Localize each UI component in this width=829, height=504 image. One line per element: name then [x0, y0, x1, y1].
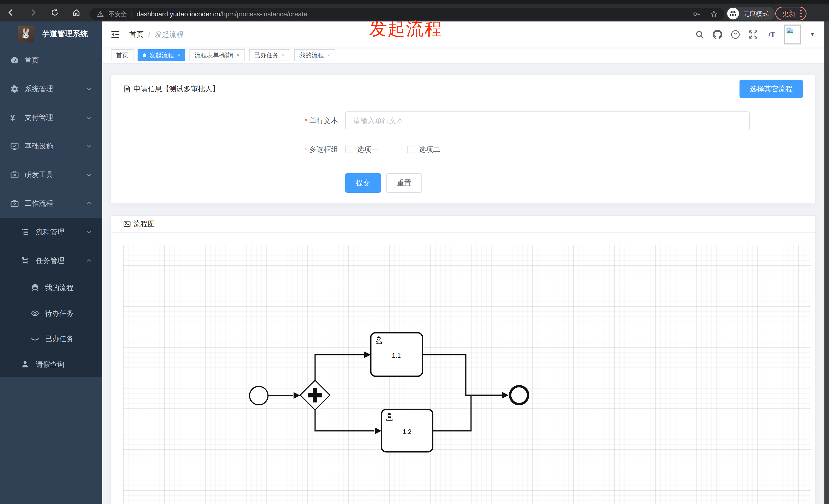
bpmn-task-label: 1.2 — [403, 428, 412, 435]
not-secure-warning-icon — [95, 9, 105, 19]
bpmn-end-event — [510, 386, 528, 404]
sidebar-item-label: 工作流程 — [0, 199, 53, 208]
app-title: 芋道管理系统 — [42, 29, 88, 39]
sidebar-item-task-mgmt[interactable]: 任务管理 — [0, 246, 102, 275]
sidebar-item-workflow[interactable]: 工作流程 — [0, 189, 102, 218]
chevron-down-icon — [86, 172, 92, 178]
submit-button[interactable]: 提交 — [345, 173, 381, 193]
chevron-down-icon — [86, 229, 92, 235]
bpmn-canvas[interactable]: 1.1 1.2 — [123, 245, 810, 504]
apply-info-card: 申请信息【测试多审批人】 选择其它流程 *单行文本 *多选框组 — [110, 75, 816, 204]
sidebar-item-system[interactable]: 系统管理 — [0, 75, 102, 103]
app-header: 首页 / 发起流程 ? T — [102, 22, 824, 47]
sidebar-collapse-icon[interactable] — [110, 30, 120, 39]
bpmn-user-task-2: 1.2 — [382, 410, 433, 452]
chevron-down-icon — [86, 115, 92, 121]
app-logo-row[interactable]: 芋道管理系统 — [0, 25, 102, 43]
eye-open-icon — [31, 309, 39, 318]
close-icon[interactable]: × — [237, 52, 240, 59]
tab-form-edit[interactable]: 流程表单-编辑× — [189, 49, 245, 61]
browser-menu-icon[interactable] — [800, 10, 802, 17]
sidebar-item-label: 支付管理 — [0, 113, 53, 122]
chevron-down-icon — [86, 86, 92, 92]
omnibox-divider — [131, 10, 132, 17]
page-content: 申请信息【测试多审批人】 选择其它流程 *单行文本 *多选框组 — [102, 64, 824, 504]
sidebar-item-label: 基础设施 — [0, 141, 53, 151]
eye-closed-icon — [31, 335, 39, 343]
bpmn-start-event — [250, 386, 268, 405]
toolbox-icon — [10, 199, 19, 208]
search-icon[interactable] — [694, 29, 705, 40]
fullscreen-icon[interactable] — [748, 29, 758, 40]
browser-scrollbar[interactable] — [824, 22, 829, 504]
chevron-up-icon — [86, 200, 92, 206]
choose-other-process-button[interactable]: 选择其它流程 — [740, 80, 803, 98]
app-window: 芋道管理系统 首页 系统管理 ¥ 支付管理 — [0, 22, 824, 504]
sidebar-item-my-process[interactable]: 我的流程 — [0, 275, 102, 301]
required-asterisk: * — [304, 146, 308, 153]
list-icon — [21, 228, 29, 236]
close-icon[interactable]: × — [327, 52, 330, 59]
sidebar-item-leave-query[interactable]: 请假查询 — [0, 352, 102, 377]
browser-home-icon[interactable] — [70, 6, 83, 19]
close-icon[interactable]: × — [282, 52, 285, 59]
picture-icon — [123, 220, 131, 228]
sidebar-item-label: 首页 — [0, 55, 39, 65]
breadcrumb: 首页 / 发起流程 — [130, 30, 184, 39]
sidebar-item-devtools[interactable]: 研发工具 — [0, 160, 102, 189]
sidebar-item-payment[interactable]: ¥ 支付管理 — [0, 103, 102, 132]
tab-done-tasks[interactable]: 已办任务× — [249, 49, 290, 61]
main-area: 首页 / 发起流程 ? T — [102, 22, 824, 504]
sidebar-item-label: 研发工具 — [0, 170, 53, 180]
sidebar-item-done-tasks[interactable]: 已办任务 — [0, 326, 102, 352]
sidebar-item-todo-tasks[interactable]: 待办任务 — [0, 301, 102, 326]
checkbox-option-1-label[interactable]: 选项一 — [357, 145, 379, 154]
card-title: 流程图 — [134, 219, 155, 229]
user-icon — [21, 360, 29, 369]
card-title-row: 流程图 — [123, 219, 155, 229]
user-menu-caret-icon[interactable]: ▼ — [809, 31, 815, 38]
single-line-text-input[interactable] — [345, 111, 750, 130]
password-key-icon[interactable] — [691, 9, 702, 19]
reset-button[interactable]: 重置 — [386, 173, 422, 193]
monitor-icon — [10, 142, 19, 151]
broken-image-icon — [786, 27, 794, 34]
sidebar-item-infra[interactable]: 基础设施 — [0, 132, 102, 160]
incognito-label: 无痕模式 — [743, 9, 769, 18]
yen-icon: ¥ — [10, 113, 15, 123]
breadcrumb-home[interactable]: 首页 — [130, 30, 144, 39]
avatar[interactable] — [784, 25, 801, 44]
font-size-icon[interactable]: TT — [766, 29, 776, 40]
sidebar-item-process-mgmt[interactable]: 流程管理 — [0, 218, 102, 246]
close-icon[interactable]: × — [177, 52, 180, 59]
sidebar-item-home[interactable]: 首页 — [0, 46, 102, 75]
browser-back-icon[interactable] — [4, 6, 17, 19]
card-title-row: 申请信息【测试多审批人】 — [123, 84, 219, 94]
sidebar-item-label: 请假查询 — [0, 360, 65, 369]
checkbox-option-2[interactable] — [407, 146, 414, 153]
bookmark-star-icon[interactable] — [709, 9, 719, 19]
checkbox-option-2-label[interactable]: 选项二 — [419, 145, 440, 154]
tab-home[interactable]: 首页 — [111, 49, 134, 61]
help-icon[interactable]: ? — [730, 29, 741, 40]
tab-start-process[interactable]: 发起流程× — [138, 49, 185, 61]
browser-tabstrip — [0, 0, 829, 4]
incognito-icon — [727, 8, 739, 20]
active-tab-dot — [143, 53, 146, 57]
annotation-text: 发起流程 — [369, 17, 443, 41]
checkbox-option-1[interactable] — [345, 146, 352, 153]
bpmn-parallel-gateway — [300, 380, 330, 410]
process-form: *单行文本 *多选框组 选项一 选项二 — [111, 103, 815, 193]
url-path: /bpm/process-instance/create — [220, 10, 308, 18]
not-secure-label: 不安全 — [108, 10, 127, 18]
browser-reload-icon[interactable] — [48, 6, 61, 19]
browser-forward-icon[interactable] — [27, 6, 40, 19]
chevron-up-icon — [86, 258, 92, 264]
github-icon[interactable] — [712, 29, 723, 40]
sidebar: 芋道管理系统 首页 系统管理 ¥ 支付管理 — [0, 22, 102, 504]
update-label: 更新 — [782, 9, 795, 18]
browser-update-button[interactable]: 更新 — [775, 7, 806, 21]
screen: 不安全 dashboard.yudao.iocoder.cn/bpm/proce… — [0, 0, 829, 504]
sidebar-item-label: 任务管理 — [0, 256, 65, 266]
tab-my-process[interactable]: 我的流程× — [294, 49, 335, 61]
